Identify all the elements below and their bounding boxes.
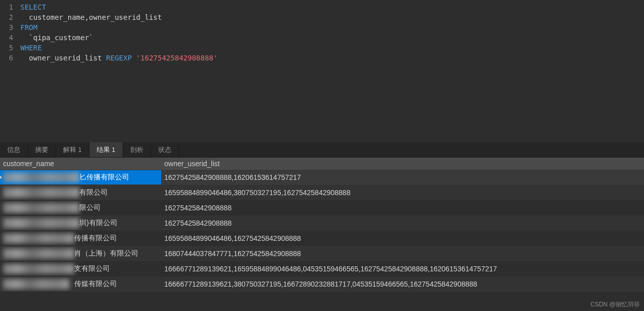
table-row[interactable]: 限公司16275425842908888: [0, 200, 644, 215]
cell-owner-userid-list[interactable]: 16666771289139621,380750327195,166728902…: [161, 278, 644, 290]
cell-owner-userid-list[interactable]: 16666771289139621,16595884899046486,0453…: [161, 263, 644, 275]
table-row[interactable]: 肖（上海）有限公司16807444037847771,1627542584290…: [0, 246, 644, 261]
cell-customer-name[interactable]: 传播有限公司: [0, 231, 161, 245]
line-number: 4: [0, 33, 20, 43]
table-row[interactable]: 传媒有限公司16666771289139621,380750327195,166…: [0, 276, 644, 292]
code-content[interactable]: customer_name,owner_userid_list: [20, 12, 162, 22]
cell-customer-name[interactable]: 传媒有限公司: [0, 277, 161, 291]
cell-owner-userid-list[interactable]: 16275425842908888,16206153614757217: [161, 171, 644, 183]
cell-customer-name[interactable]: 有限公司: [0, 185, 161, 200]
cell-customer-name[interactable]: 支有限公司: [0, 262, 161, 276]
cell-customer-name[interactable]: 匕传播有限公司: [0, 170, 161, 184]
code-content[interactable]: owner_userid_list REGEXP '16275425842908…: [20, 53, 218, 63]
results-panel: customer_name owner_userid_list 匕传播有限公司1…: [0, 158, 644, 292]
cell-owner-userid-list[interactable]: 16275425842908888: [161, 217, 644, 229]
line-number: 5: [0, 43, 20, 53]
table-header-row: customer_name owner_userid_list: [0, 158, 644, 170]
code-line[interactable]: 4 `qipa_customer`: [0, 33, 644, 43]
watermark: CSDN @徊忆羽菲: [590, 300, 640, 309]
cell-owner-userid-list[interactable]: 16275425842908888: [161, 202, 644, 214]
code-line[interactable]: 5WHERE: [0, 43, 644, 53]
line-number: 2: [0, 12, 20, 22]
tab[interactable]: 状态: [151, 142, 179, 157]
tab[interactable]: 摘要: [28, 142, 56, 157]
code-line[interactable]: 3FROM: [0, 22, 644, 33]
line-number: 1: [0, 2, 20, 12]
code-content[interactable]: FROM: [20, 22, 38, 33]
code-line[interactable]: 2 customer_name,owner_userid_list: [0, 12, 644, 22]
table-row[interactable]: 圳)有限公司16275425842908888: [0, 215, 644, 231]
cell-customer-name[interactable]: 圳)有限公司: [0, 216, 161, 230]
code-content[interactable]: SELECT: [20, 2, 46, 12]
table-row[interactable]: 有限公司16595884899046486,380750327195,16275…: [0, 185, 644, 200]
table-row[interactable]: 传播有限公司16595884899046486,1627542584290888…: [0, 231, 644, 246]
sql-editor[interactable]: 1SELECT2 customer_name,owner_userid_list…: [0, 0, 644, 142]
tab[interactable]: 剖析: [123, 142, 151, 157]
column-header-owner-userid-list[interactable]: owner_userid_list: [161, 158, 644, 169]
cell-customer-name[interactable]: 肖（上海）有限公司: [0, 246, 161, 261]
line-number: 3: [0, 22, 20, 33]
code-line[interactable]: 6 owner_userid_list REGEXP '162754258429…: [0, 53, 644, 63]
table-row[interactable]: 支有限公司16666771289139621,16595884899046486…: [0, 261, 644, 276]
cell-owner-userid-list[interactable]: 16807444037847771,16275425842908888: [161, 247, 644, 260]
code-content[interactable]: `qipa_customer`: [20, 33, 93, 43]
tab[interactable]: 信息: [0, 142, 28, 157]
line-number: 6: [0, 53, 20, 63]
table-row[interactable]: 匕传播有限公司16275425842908888,162061536147572…: [0, 170, 644, 185]
code-line[interactable]: 1SELECT: [0, 2, 644, 12]
cell-owner-userid-list[interactable]: 16595884899046486,16275425842908888: [161, 232, 644, 244]
cell-owner-userid-list[interactable]: 16595884899046486,380750327195,162754258…: [161, 186, 644, 199]
cell-customer-name[interactable]: 限公司: [0, 201, 161, 215]
code-content[interactable]: WHERE: [20, 43, 42, 53]
table-body: 匕传播有限公司16275425842908888,162061536147572…: [0, 170, 644, 292]
tab[interactable]: 结果 1: [90, 142, 123, 157]
result-tabs: 信息摘要解释 1结果 1剖析状态: [0, 142, 644, 158]
row-marker-icon: [0, 175, 2, 180]
tab[interactable]: 解释 1: [56, 142, 90, 157]
column-header-customer-name[interactable]: customer_name: [0, 158, 161, 169]
